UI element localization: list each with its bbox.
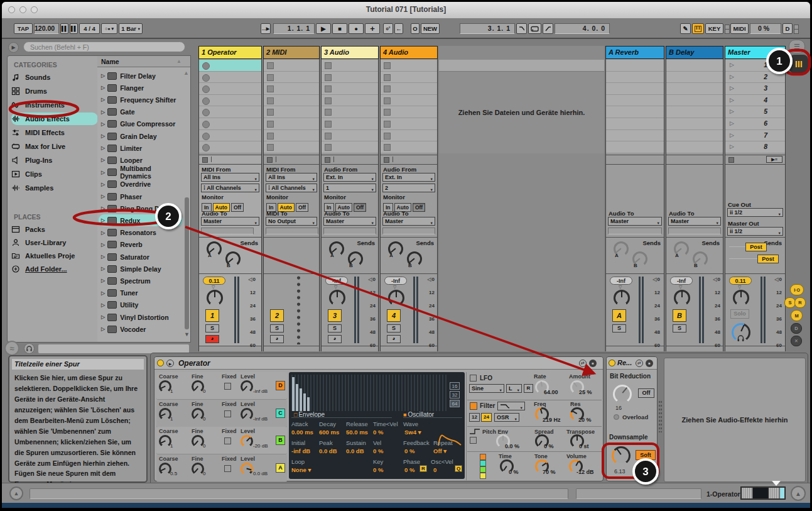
device-list-item-resonators[interactable]: ▷Resonators [99, 227, 183, 239]
expander-icon[interactable]: ▷ [101, 326, 105, 332]
clip-slot[interactable] [381, 60, 437, 72]
clip-slot[interactable] [199, 60, 261, 72]
operator-fold-icon[interactable]: ▶ [166, 360, 174, 367]
clip-slot[interactable] [199, 83, 261, 95]
fine-knob[interactable] [192, 463, 204, 475]
volume-value[interactable]: -Inf [670, 277, 693, 285]
expander-icon[interactable]: ▷ [101, 133, 105, 139]
attack-value[interactable]: 0.00 ms [291, 429, 313, 436]
clip-stop-square[interactable] [325, 74, 332, 81]
clip-stop-square[interactable] [267, 74, 274, 81]
input-type-chooser[interactable]: All Ins [266, 173, 317, 182]
lfo-dest-chooser[interactable]: L [506, 384, 522, 393]
overdub-d-button[interactable]: D [782, 23, 793, 34]
track-activator-button[interactable]: 1 [205, 309, 219, 322]
expander-icon[interactable]: ▷ [101, 278, 105, 283]
coarse-knob[interactable] [159, 463, 171, 475]
expander-icon[interactable]: ▷ [101, 73, 105, 79]
arm-button[interactable]: ◕ [328, 335, 342, 343]
post-b-button[interactable]: Post [757, 255, 779, 263]
sidebar-item-sounds[interactable]: Sounds [11, 71, 98, 84]
clip-slot[interactable] [264, 60, 319, 72]
phase-value[interactable]: 0 % [404, 466, 414, 473]
tempo-display[interactable]: 120.00 [34, 23, 59, 34]
device-list-item-redux[interactable]: ▷Redux [99, 214, 183, 226]
solo-button[interactable]: S [673, 324, 686, 332]
list-scrollbar[interactable] [185, 197, 189, 329]
device-list-item-saturator[interactable]: ▷Saturator [99, 251, 183, 263]
expander-icon[interactable]: ▷ [101, 314, 105, 320]
pan-knob[interactable] [614, 290, 630, 306]
clip-slot[interactable] [322, 106, 378, 118]
device-list-item-limiter[interactable]: ▷Limiter [99, 142, 183, 154]
input-type-chooser[interactable]: Ext. In [323, 173, 376, 182]
capture-new-button[interactable]: NEW [421, 23, 440, 34]
sidebar-item-plug-ins[interactable]: Plug-Ins [11, 154, 98, 167]
filter-slope-12-button[interactable]: 12 [469, 413, 480, 422]
automation-arm-button[interactable]: o° [383, 23, 393, 34]
master-out-chooser[interactable]: ii 1/2 [727, 227, 783, 236]
feedback-value[interactable]: 0 % [404, 448, 414, 454]
pitch-env-checkbox[interactable] [470, 437, 477, 444]
operator-badge-A[interactable]: A [276, 463, 285, 473]
re-enable-automation-button[interactable]: ← [394, 23, 403, 34]
midi-map-button[interactable]: MIDI [730, 23, 749, 34]
scroll-up-icon[interactable]: ▲ [183, 70, 189, 76]
output-type-chooser[interactable]: Master [323, 217, 376, 226]
operator-badge-D[interactable]: D [276, 381, 285, 390]
clip-slot[interactable] [264, 83, 319, 95]
scene-play-mode-button[interactable]: ▶≡ [766, 156, 782, 163]
op-select-square[interactable] [480, 460, 486, 466]
clip-slot[interactable] [381, 83, 437, 95]
scene-slot[interactable]: ▷3 [725, 83, 785, 95]
device-list-item-multiband-dynamics[interactable]: ▷Multiband Dynamics [99, 167, 183, 179]
filter-circuit-chooser[interactable]: OSR [494, 413, 519, 422]
pan-knob[interactable] [329, 290, 345, 306]
arm-button[interactable]: ◕ [205, 335, 219, 343]
loop-value[interactable]: None ▾ [291, 466, 311, 473]
expander-icon[interactable]: ▷ [101, 97, 105, 102]
input-channel-chooser[interactable]: ⁞ All Channels [201, 184, 259, 192]
fixed-checkbox[interactable] [224, 383, 231, 390]
arm-button[interactable]: ◕ [270, 335, 284, 343]
clip-stop-square[interactable] [384, 62, 391, 69]
sidebar-item-max-for-live[interactable]: Max for Live [11, 140, 98, 153]
mixer-show-hide-button[interactable] [789, 55, 808, 74]
clip-slot[interactable] [322, 60, 378, 72]
solo-button[interactable]: S [612, 324, 626, 332]
clip-stop-square[interactable] [325, 133, 332, 140]
track-activator-button[interactable]: A [612, 309, 626, 322]
clip-stop-square[interactable] [384, 133, 391, 140]
scene-slot[interactable]: ▷5 [725, 106, 785, 118]
loop-length-display[interactable]: 4. 0. 0 [555, 23, 610, 34]
scene-launch-icon[interactable]: ▷ [730, 97, 734, 103]
input-type-chooser[interactable]: All Ins [201, 173, 259, 182]
time-signature-display[interactable]: 4 / 4 [79, 23, 100, 34]
scene-launch-icon[interactable]: ▷ [730, 132, 734, 138]
filter-checkbox[interactable] [470, 402, 477, 410]
clip-record-circle[interactable] [202, 97, 210, 105]
clip-slot[interactable] [264, 141, 319, 153]
solo-button[interactable]: S [205, 324, 219, 332]
clip-stop-square[interactable] [267, 144, 274, 151]
sidebar-item-clips[interactable]: Clips [11, 168, 98, 180]
level-knob[interactable] [241, 435, 253, 448]
show-io-button[interactable]: I·O [790, 284, 804, 295]
quantization-menu[interactable]: 1 Bar ▾ [119, 23, 143, 34]
clip-stop-square[interactable] [325, 121, 332, 128]
session-drop-zone[interactable]: Ziehen Sie Dateien und Geräte hierhin. [439, 46, 604, 351]
fixed-checkbox[interactable] [224, 410, 231, 417]
expander-icon[interactable]: ▷ [101, 170, 105, 175]
device-chain-fold-arrow[interactable] [772, 481, 781, 486]
scene-launch-icon[interactable]: ▷ [730, 120, 734, 126]
solo-button[interactable]: S [328, 324, 342, 332]
clip-slot[interactable] [381, 72, 437, 84]
stop-button[interactable]: ■ [332, 23, 347, 34]
nudge-up-button[interactable]: ▌▌ [70, 23, 78, 34]
overdub-plus-button[interactable]: + [365, 23, 380, 34]
show-delay-button[interactable]: D [791, 323, 802, 334]
clip-slot[interactable] [381, 141, 437, 153]
expander-icon[interactable]: ▷ [101, 230, 105, 236]
fine-knob[interactable] [192, 408, 204, 420]
monitor-off-button[interactable]: Off [413, 203, 425, 212]
